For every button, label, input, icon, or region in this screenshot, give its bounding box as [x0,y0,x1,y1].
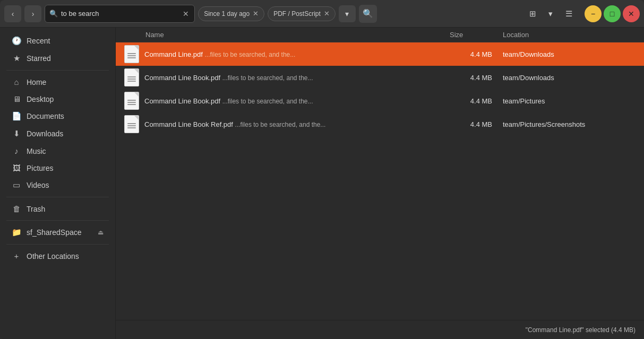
sidebar-divider-4 [6,244,109,245]
main-area: 🕐 Recent ★ Starred ⌂ Home 🖥 Desktop 📄 Do… [0,28,644,339]
sidebar-divider-3 [6,220,109,221]
file-icon-line [127,127,136,128]
titlebar: ‹ › 🔍 ✕ Since 1 day ago ✕ PDF / PostScri… [0,0,644,28]
back-button[interactable]: ‹ [4,5,21,22]
file-name-text: Command Line.pdf ...files to be searched… [144,50,295,58]
desktop-icon: 🖥 [12,94,21,103]
file-snippet: ...files to be searched, and the... [222,74,313,82]
close-button[interactable]: ✕ [623,5,640,22]
file-name-bold: Command Line Book.pdf [144,74,220,82]
file-name-cell: Command Line.pdf ...files to be searched… [124,45,450,63]
search-input[interactable] [61,10,178,18]
window-controls: − □ ✕ [585,5,640,22]
file-icon-line [127,79,136,80]
eject-icon: ⏏ [98,229,104,236]
sidebar-item-pictures-label: Pictures [27,164,54,172]
file-icon [124,68,139,86]
file-name-cell: Command Line Book Ref.pdf ...files to be… [124,115,450,133]
file-icon-line [127,57,136,58]
minimize-button[interactable]: − [585,5,602,22]
menu-icon: ☰ [565,9,572,19]
file-size: 4.4 MB [450,97,503,105]
sidebar-item-desktop[interactable]: 🖥 Desktop [3,91,112,107]
file-location: team/Downloads [503,50,636,58]
file-icon-line [127,102,136,103]
file-name-bold: Command Line.pdf [144,50,203,58]
file-name-text: Command Line Book.pdf ...files to be sea… [144,97,313,105]
file-snippet: ...files to be searched, and the... [204,51,295,58]
col-size: Size [450,31,503,39]
table-row[interactable]: Command Line.pdf ...files to be searched… [116,42,644,66]
file-location: team/Downloads [503,74,636,82]
file-name-cell: Command Line Book.pdf ...files to be sea… [124,92,450,110]
sidebar-item-starred[interactable]: ★ Starred [3,50,112,67]
sidebar-item-recent-label: Recent [27,37,50,45]
sidebar-item-recent[interactable]: 🕐 Recent [3,32,112,49]
file-icon-lines [127,53,136,58]
file-size: 4.4 MB [450,74,503,82]
documents-icon: 📄 [12,111,21,121]
sidebar-item-documents[interactable]: 📄 Documents [3,108,112,125]
sidebar-item-downloads[interactable]: ⬇ Downloads [3,125,112,142]
sidebar-item-trash[interactable]: 🗑 Trash [3,201,112,217]
videos-icon: ▭ [12,180,21,190]
sidebar-item-home[interactable]: ⌂ Home [3,74,112,90]
dropdown-icon: ▾ [345,10,349,18]
content-area: Name Size Location [116,28,644,339]
sidebar-divider-2 [6,197,109,197]
filter-dropdown-button[interactable]: ▾ [339,5,356,22]
view-toggle-group: ⊞ ▾ ☰ [524,5,577,22]
sidebar-item-shared[interactable]: 📁 sf_SharedSpace ⏏ [3,224,112,241]
filter-chip-date: Since 1 day ago ✕ [198,6,264,21]
forward-button[interactable]: › [24,5,41,22]
grid-icon: ⊞ [529,9,536,19]
grid-view-button[interactable]: ⊞ [524,5,541,22]
statusbar: "Command Line.pdf" selected (4.4 MB) [116,320,644,339]
search-go-button[interactable]: 🔍 [359,5,377,23]
forward-icon: › [32,10,35,18]
file-name-cell: Command Line Book.pdf ...files to be sea… [124,68,450,86]
file-icon [124,45,139,63]
table-row[interactable]: Command Line Book Ref.pdf ...files to be… [116,112,644,136]
sidebar-item-other-label: Other Locations [27,252,79,260]
search-bar: 🔍 ✕ [45,5,195,23]
file-icon-line [127,81,136,82]
file-icon-line [127,123,136,124]
sidebar-item-desktop-label: Desktop [27,95,54,103]
clear-search-button[interactable]: ✕ [182,10,190,18]
file-icon [124,92,139,110]
sidebar-item-home-label: Home [27,78,46,86]
table-row[interactable]: Command Line Book.pdf ...files to be sea… [116,89,644,112]
remove-type-filter-button[interactable]: ✕ [324,10,330,17]
column-headers: Name Size Location [116,28,644,42]
search-icon: 🔍 [49,10,58,18]
home-icon: ⌂ [12,77,21,86]
recent-icon: 🕐 [12,36,21,46]
file-icon-line [127,76,136,77]
sidebar-item-shared-label: sf_SharedSpace [27,228,82,237]
sidebar-item-music[interactable]: ♪ Music [3,143,112,159]
file-name-text: Command Line Book.pdf ...files to be sea… [144,74,313,82]
file-icon-line [127,55,136,56]
sidebar-item-documents-label: Documents [27,112,64,120]
filter-chip-type: PDF / PostScript ✕ [268,6,336,21]
file-snippet: ...files to be searched, and the... [235,121,326,128]
minimize-icon: − [591,10,595,18]
file-icon-line [127,100,136,101]
maximize-button[interactable]: □ [604,5,621,22]
file-icon-line [127,125,136,126]
table-row[interactable]: Command Line Book.pdf ...files to be sea… [116,66,644,89]
maximize-icon: □ [610,10,614,18]
window: ‹ › 🔍 ✕ Since 1 day ago ✕ PDF / PostScri… [0,0,644,339]
sidebar-item-pictures[interactable]: 🖼 Pictures [3,160,112,176]
file-icon-lines [127,76,136,82]
file-icon-line [127,104,136,105]
file-icon-lines [127,100,136,105]
view-options-button[interactable]: ▾ [542,5,559,22]
sidebar-item-videos[interactable]: ▭ Videos [3,177,112,194]
filter-type-label: PDF / PostScript [273,10,321,18]
remove-date-filter-button[interactable]: ✕ [253,10,259,17]
sidebar-item-other[interactable]: + Other Locations [3,248,112,264]
pictures-icon: 🖼 [12,163,21,172]
menu-button[interactable]: ☰ [560,5,577,22]
